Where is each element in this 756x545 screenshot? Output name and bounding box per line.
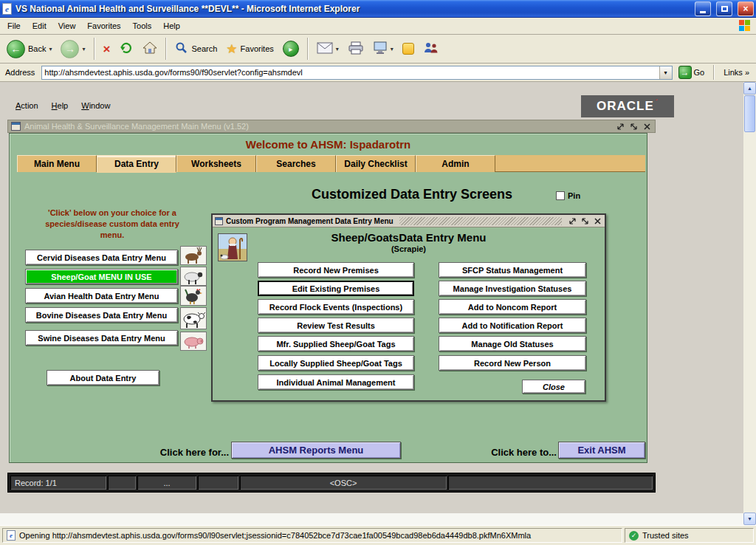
search-button[interactable]: Search xyxy=(171,37,221,61)
oracle-menu-window[interactable]: Window xyxy=(76,100,115,112)
status-message-cell: e Opening http://ahsmdevtest.aphis.usda.… xyxy=(2,528,622,543)
favorites-button[interactable]: ★ Favorites xyxy=(222,37,278,61)
window-titlebar: e VS National Animal Health and Surveill… xyxy=(0,0,756,18)
pin-checkbox[interactable] xyxy=(556,191,565,200)
menu-favorites[interactable]: Favorites xyxy=(81,19,126,32)
exit-ahsm-button[interactable]: Exit AHSM xyxy=(558,442,645,459)
links-button[interactable]: Links » xyxy=(721,68,754,77)
forward-button[interactable]: → ▾ xyxy=(57,37,89,61)
tab-data-entry[interactable]: Data Entry xyxy=(97,155,176,173)
mail-button[interactable]: ▾ xyxy=(313,37,343,61)
windows-logo-icon xyxy=(739,20,752,32)
dialog-titlebar[interactable]: Custom Program Management Data Entry Men… xyxy=(213,215,605,227)
oracle-menu-action[interactable]: Action xyxy=(10,100,44,112)
address-label: Address xyxy=(2,68,38,77)
review-test-results-button[interactable]: Review Test Results xyxy=(258,318,414,333)
about-data-entry-button[interactable]: About Data Entry xyxy=(47,370,159,385)
tab-worksheets[interactable]: Worksheets xyxy=(176,155,256,172)
status-page-icon: e xyxy=(7,530,16,541)
toolbar-separator xyxy=(165,38,167,60)
locally-supplied-tags-button[interactable]: Locally Supplied Sheep/Goat Tags xyxy=(258,355,414,371)
refresh-icon xyxy=(119,41,134,57)
close-button[interactable]: × xyxy=(738,1,754,16)
toolbar-separator xyxy=(94,38,95,60)
pig-icon xyxy=(180,332,207,351)
tab-admin[interactable]: Admin xyxy=(416,155,495,172)
favorites-star-icon: ★ xyxy=(226,43,237,55)
maximize-button[interactable] xyxy=(716,1,732,16)
tab-searches[interactable]: Searches xyxy=(256,155,336,172)
add-to-notification-report-button[interactable]: Add to Notification Report xyxy=(439,318,586,333)
tab-main-menu[interactable]: Main Menu xyxy=(17,155,97,172)
individual-animal-management-button[interactable]: Individual Animal Management xyxy=(258,374,414,390)
sheep-icon xyxy=(180,267,207,286)
forward-dropdown-icon: ▾ xyxy=(82,46,85,52)
scroll-down-button[interactable]: ▼ xyxy=(743,513,756,525)
window-title: VS National Animal Health and Surveillan… xyxy=(16,4,690,14)
address-dropdown-button[interactable]: ▾ xyxy=(659,66,672,79)
record-new-premises-button[interactable]: Record New Premises xyxy=(258,262,414,278)
oracle-statusbar: Record: 1/1 ... <OSC> xyxy=(7,473,656,493)
search-label: Search xyxy=(191,44,217,53)
add-to-noncom-report-button[interactable]: Add to Noncom Report xyxy=(439,299,586,315)
stop-button[interactable]: × xyxy=(100,37,114,61)
record-new-person-button[interactable]: Record New Person xyxy=(439,355,586,371)
edit-existing-premises-button[interactable]: Edit Existing Premises xyxy=(258,281,414,296)
menu-tools[interactable]: Tools xyxy=(127,19,158,32)
oracle-menu-help[interactable]: Help xyxy=(47,100,74,112)
dialog-restore-icon[interactable] xyxy=(568,216,577,226)
go-button[interactable]: → Go xyxy=(676,66,707,79)
ie-page-icon: e xyxy=(2,3,12,15)
address-input[interactable] xyxy=(42,67,659,78)
mdi-close-icon[interactable] xyxy=(642,122,652,131)
sheep-goat-dialog: Custom Program Management Data Entry Men… xyxy=(211,213,606,402)
record-indicator: Record: 1/1 xyxy=(10,476,106,490)
print-button[interactable] xyxy=(344,37,368,61)
minimize-button[interactable] xyxy=(695,1,711,16)
vertical-scrollbar[interactable]: ▲ ▼ xyxy=(743,82,756,525)
edit-button[interactable]: ▾ xyxy=(369,37,397,61)
avian-menu-button[interactable]: Avian Health Data Entry Menu xyxy=(25,288,178,304)
instruction-text: 'Click' below on your choice for a speci… xyxy=(33,208,191,241)
statusbar-osc: <OSC> xyxy=(240,476,447,490)
tab-daily-checklist[interactable]: Daily Checklist xyxy=(336,155,416,172)
dialog-close-icon[interactable] xyxy=(593,216,602,226)
browser-menubar: File Edit View Favorites Tools Help xyxy=(0,18,756,35)
refresh-button[interactable] xyxy=(115,37,137,61)
mfr-supplied-tags-button[interactable]: Mfr. Supplied Sheep/Goat Tags xyxy=(258,336,414,352)
swine-menu-button[interactable]: Swine Diseases Data Entry Menu xyxy=(25,330,178,346)
mdi-restore-icon[interactable] xyxy=(616,122,625,131)
rooster-icon xyxy=(180,286,207,306)
mail-icon xyxy=(317,42,333,55)
scrollbar-thumb[interactable] xyxy=(744,95,755,132)
back-icon: ← xyxy=(7,40,25,58)
menu-edit[interactable]: Edit xyxy=(27,19,52,32)
go-icon: → xyxy=(678,66,692,79)
ahsm-reports-menu-button[interactable]: AHSM Reports Menu xyxy=(231,442,401,459)
discuss-button[interactable] xyxy=(419,37,443,61)
sheep-goat-menu-button[interactable]: Sheep/Goat MENU IN USE xyxy=(25,269,178,284)
menu-view[interactable]: View xyxy=(52,19,82,32)
back-button[interactable]: ← Back ▾ xyxy=(3,37,55,61)
bovine-menu-button[interactable]: Bovine Diseases Data Entry Menu xyxy=(25,307,178,323)
browser-viewport: Action Help Window ORACLE´ Animal Health… xyxy=(0,82,756,525)
address-field-wrap: ▾ xyxy=(41,66,672,80)
messenger-button[interactable] xyxy=(399,37,418,61)
home-button[interactable] xyxy=(139,37,161,61)
dialog-title: Custom Program Management Data Entry Men… xyxy=(226,217,394,225)
cervid-menu-button[interactable]: Cervid Diseases Data Entry Menu xyxy=(25,250,178,265)
dialog-heading: Sheep/GoatsData Entry Menu xyxy=(213,231,605,244)
dialog-maximize-icon[interactable] xyxy=(580,216,590,226)
record-flock-events-button[interactable]: Record Flock Events (Inspections) xyxy=(258,299,414,315)
manage-old-statuses-button[interactable]: Manage Old Statuses xyxy=(439,336,586,352)
menu-help[interactable]: Help xyxy=(157,19,186,32)
media-button[interactable]: ▸ xyxy=(279,37,303,61)
sfcp-status-management-button[interactable]: SFCP Status Management xyxy=(439,262,586,278)
mdi-maximize-icon[interactable] xyxy=(629,122,639,131)
menu-file[interactable]: File xyxy=(1,19,27,32)
page-background xyxy=(0,513,743,525)
manage-investigation-statuses-button[interactable]: Manage Investigation Statuses xyxy=(439,281,586,296)
scroll-up-button[interactable]: ▲ xyxy=(743,82,756,95)
dialog-close-button[interactable]: Close xyxy=(522,380,585,394)
address-bar: Address ▾ → Go Links » xyxy=(0,64,756,82)
